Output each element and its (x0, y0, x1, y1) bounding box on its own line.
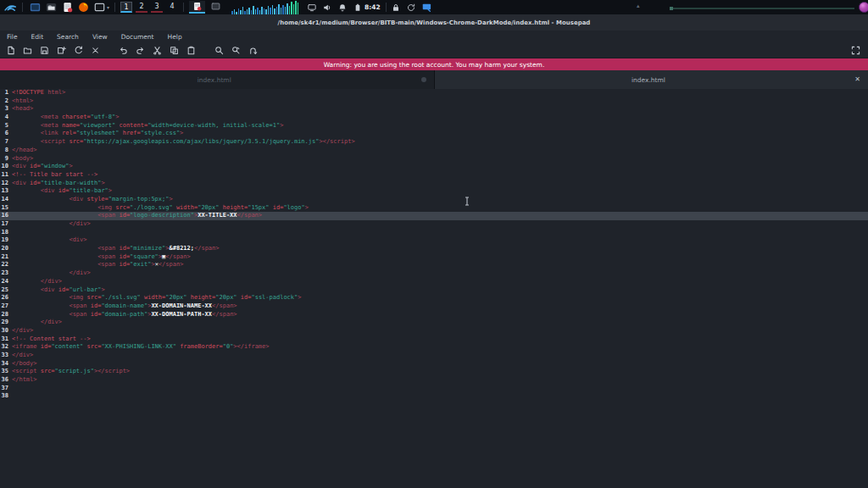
code-line-27[interactable]: 27 <span id="domain-name">XX-DOMAIN-NAME… (0, 302, 868, 311)
code-line-30[interactable]: 30</div> (0, 327, 868, 336)
tab-1-index.html[interactable]: index.html (0, 70, 435, 89)
code-line-29[interactable]: 29 </div> (0, 319, 868, 327)
code-line-20[interactable]: 20 <span id="minimize">&#8212;</span> (0, 245, 868, 253)
lock-icon[interactable] (392, 3, 400, 12)
window-titlebar: /home/sk4r1/medium/Browser/BITB-main/Win… (0, 14, 868, 30)
panel-slider[interactable] (670, 8, 854, 9)
code-line-2[interactable]: 2<html> (0, 97, 868, 106)
toolbar (0, 42, 868, 58)
code-line-21[interactable]: 21 <span id="square">▣</span> (0, 253, 868, 262)
save-button[interactable] (39, 45, 50, 56)
battery-icon[interactable] (353, 3, 362, 12)
code-line-14[interactable]: 14 <div style="margin-top:5px;"> (0, 196, 868, 204)
display-icon[interactable] (422, 3, 431, 12)
code-line-4[interactable]: 4 <meta charset="utf-8"> (0, 114, 868, 122)
firefox-icon[interactable] (76, 1, 90, 14)
menu-document[interactable]: Document (121, 33, 154, 41)
code-line-35[interactable]: 35<script src="script.js"></script> (0, 368, 868, 376)
code-line-28[interactable]: 28 <span id="domain-path">XX-DOMAIN-PATH… (0, 311, 868, 319)
tab-close-icon[interactable]: ✕ (854, 76, 860, 83)
code-line-33[interactable]: 33</div> (0, 352, 868, 360)
code-text: <iframe id="content" src="XX-PHISHING-LI… (12, 343, 270, 352)
jump-to-button[interactable] (248, 45, 259, 56)
close-file-button[interactable] (90, 45, 101, 56)
code-line-17[interactable]: 17 </div> (0, 220, 868, 229)
code-line-22[interactable]: 22 <span id="exit">✕</span> (0, 261, 868, 269)
monitor-icon[interactable] (308, 3, 316, 12)
menu-view[interactable]: View (92, 33, 108, 41)
file-manager-icon[interactable] (44, 1, 58, 14)
code-line-16[interactable]: 16 <span id="logo-description">XX-TITLE-… (0, 212, 868, 220)
workspace-3[interactable]: 3 (151, 2, 163, 13)
workspace-4[interactable]: 4 (166, 2, 178, 13)
slider-handle[interactable] (670, 7, 673, 10)
save-as-button[interactable] (56, 45, 67, 56)
code-line-36[interactable]: 36</html> (0, 376, 868, 385)
find-replace-button[interactable] (231, 45, 242, 56)
code-line-10[interactable]: 10<div id="window"> (0, 163, 868, 171)
panel-avatar-icon[interactable] (859, 2, 868, 13)
kali-menu-icon[interactable] (3, 1, 17, 14)
line-number: 18 (0, 229, 12, 237)
window-task-icon (211, 0, 220, 14)
code-line-37[interactable]: 37 (0, 385, 868, 393)
tab-close-circle-icon[interactable] (421, 77, 426, 82)
caret-up-icon[interactable]: ▴ (637, 3, 640, 9)
menu-search[interactable]: Search (57, 33, 79, 41)
code-line-26[interactable]: 26 <img src="./ssl.svg" width="20px" hei… (0, 294, 868, 302)
power-icon[interactable] (407, 3, 415, 12)
code-line-24[interactable]: 24 </div> (0, 278, 868, 286)
cut-button[interactable] (152, 45, 163, 56)
screenshot-tool-icon[interactable] (92, 1, 106, 14)
code-line-13[interactable]: 13 <div id="title-bar"> (0, 187, 868, 196)
code-line-5[interactable]: 5 <meta name="viewport" content="width=d… (0, 122, 868, 130)
panel-clock[interactable]: 8:42 (364, 3, 381, 11)
code-line-32[interactable]: 32<iframe id="content" src="XX-PHISHING-… (0, 343, 868, 352)
mouse-ibeam-cursor (465, 197, 470, 206)
code-line-15[interactable]: 15 <img src="./logo.svg" width="20px" he… (0, 204, 868, 213)
code-line-18[interactable]: 18 (0, 229, 868, 237)
tab-2-index.html[interactable]: index.html✕ (435, 70, 868, 89)
redo-button[interactable] (135, 45, 146, 56)
code-text: <script src="https://ajax.googleapis.com… (12, 138, 355, 147)
copy-button[interactable] (169, 45, 180, 56)
code-line-19[interactable]: 19 <div> (0, 236, 868, 245)
code-line-6[interactable]: 6 <link rel="stylesheet" href="style.css… (0, 130, 868, 138)
code-line-23[interactable]: 23 </div> (0, 269, 868, 278)
desktop: ▾ 1234 8:42 ▴ /home/sk4r1/medium/Browser… (0, 0, 868, 488)
undo-button[interactable] (118, 45, 129, 56)
code-line-8[interactable]: 8</head> (0, 147, 868, 155)
code-editor[interactable]: 1<!DOCTYPE html>2<html>3<head>4 <meta ch… (0, 89, 868, 488)
code-line-25[interactable]: 25 <div id="url-bar"> (0, 286, 868, 295)
line-number: 31 (0, 336, 12, 344)
fullscreen-button[interactable] (850, 45, 861, 56)
workspace-1[interactable]: 1 (120, 2, 132, 13)
paste-button[interactable] (186, 45, 197, 56)
code-line-31[interactable]: 31<!-- Content start --> (0, 336, 868, 344)
menu-file[interactable]: File (7, 33, 18, 41)
menu-edit[interactable]: Edit (31, 33, 44, 41)
code-line-11[interactable]: 11<!-- Title bar start --> (0, 171, 868, 180)
volume-icon[interactable] (323, 3, 331, 12)
code-line-34[interactable]: 34</body> (0, 360, 868, 369)
new-file-button[interactable] (5, 45, 16, 56)
menu-help[interactable]: Help (168, 33, 182, 41)
notifications-bell-icon[interactable] (338, 3, 347, 12)
code-line-3[interactable]: 3<head> (0, 105, 868, 114)
line-number: 13 (0, 187, 12, 196)
find-button[interactable] (214, 45, 225, 56)
window-task-button[interactable] (208, 1, 224, 14)
code-text: <meta name="viewport" content="width=dev… (12, 122, 283, 130)
terminal-window-icon[interactable] (28, 1, 42, 14)
open-file-button[interactable] (22, 45, 33, 56)
reload-button[interactable] (73, 45, 84, 56)
workspace-2[interactable]: 2 (136, 2, 147, 13)
code-line-7[interactable]: 7 <script src="https://ajax.googleapis.c… (0, 138, 868, 147)
code-line-12[interactable]: 12<div id="title-bar-width"> (0, 180, 868, 188)
code-line-9[interactable]: 9<body> (0, 155, 868, 164)
code-line-1[interactable]: 1<!DOCTYPE html> (0, 89, 868, 97)
mousepad-task-button[interactable] (189, 1, 205, 14)
chevron-down-icon[interactable]: ▾ (107, 4, 109, 10)
code-line-38[interactable]: 38 (0, 392, 868, 401)
text-editor-icon[interactable] (60, 1, 74, 14)
